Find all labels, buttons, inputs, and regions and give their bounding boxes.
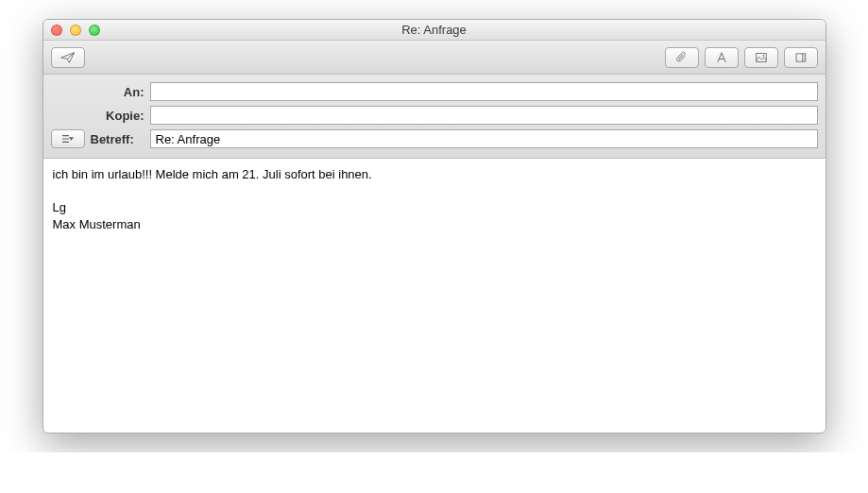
close-button[interactable]: [51, 25, 62, 36]
send-button[interactable]: [51, 47, 85, 68]
font-icon: [714, 51, 729, 64]
to-label: An:: [51, 85, 150, 99]
zoom-button[interactable]: [89, 25, 100, 36]
header-options-button[interactable]: [51, 129, 85, 148]
cc-label: Kopie:: [51, 109, 150, 123]
cc-row: Kopie:: [51, 106, 818, 125]
photo-icon: [754, 51, 769, 64]
list-dropdown-icon: [59, 133, 77, 144]
to-input[interactable]: [150, 82, 818, 101]
message-body[interactable]: ich bin im urlaub!!! Melde mich am 21. J…: [43, 159, 825, 433]
format-button[interactable]: [705, 47, 739, 68]
photo-browser-button[interactable]: [744, 47, 778, 68]
to-row: An:: [51, 82, 818, 101]
svg-rect-0: [756, 53, 766, 61]
stationery-button[interactable]: [784, 47, 818, 68]
attach-button[interactable]: [665, 47, 699, 68]
compose-window: Re: Anfrage: [43, 19, 826, 434]
toolbar: [43, 41, 825, 75]
subject-input[interactable]: [150, 129, 818, 148]
paper-plane-icon: [60, 51, 76, 64]
svg-point-1: [762, 54, 764, 56]
window-controls: [43, 25, 100, 36]
paperclip-icon: [674, 51, 689, 64]
minimize-button[interactable]: [70, 25, 81, 36]
subject-row: Betreff:: [51, 129, 818, 148]
subject-label: Betreff:: [91, 132, 140, 146]
header-fields: An: Kopie: Betreff:: [43, 75, 825, 159]
cc-input[interactable]: [150, 106, 818, 125]
sidebar-icon: [793, 51, 808, 64]
titlebar: Re: Anfrage: [43, 20, 825, 41]
window-title: Re: Anfrage: [43, 23, 825, 37]
